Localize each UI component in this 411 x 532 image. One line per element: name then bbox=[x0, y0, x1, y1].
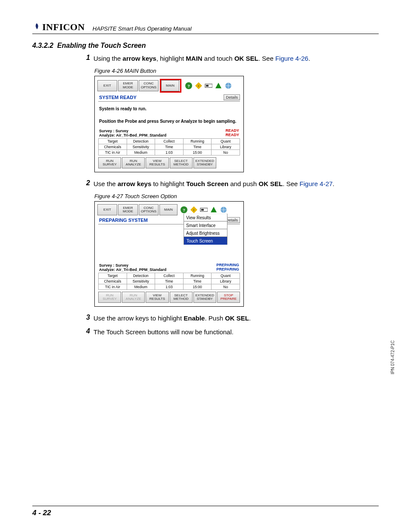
warning-icon bbox=[210, 206, 218, 214]
status-text: PREPARING SYSTEM bbox=[99, 218, 148, 223]
analyze-line: Analyze: Air_Tri-Bed_PPM_Standard bbox=[99, 133, 166, 137]
brand-logo: INFICON bbox=[32, 22, 85, 33]
emer-mode-button[interactable]: EMER MODE bbox=[118, 80, 138, 91]
run-analyze-button: RUN ANALYZE bbox=[122, 292, 145, 303]
help-icon[interactable]: ? bbox=[185, 82, 193, 90]
device-message: System is ready to run. Position the Pro… bbox=[95, 102, 243, 128]
survey-line: Survey : Survey bbox=[99, 263, 166, 268]
leaf-icon bbox=[32, 23, 41, 31]
svg-text:?: ? bbox=[187, 84, 190, 88]
stop-prepare-button[interactable]: STOP PREPARE bbox=[217, 292, 240, 303]
ipn-code: IPN 074-472-P1C bbox=[390, 340, 395, 374]
params-table: TargetDetectionCollectRunningQuant Chemi… bbox=[98, 273, 240, 290]
warning-icon bbox=[215, 82, 222, 90]
figure-4-26: EXIT EMER MODE CONC OPTIONS MAIN ? i SYS… bbox=[94, 76, 379, 173]
main-button[interactable]: MAIN bbox=[159, 204, 177, 215]
globe-icon bbox=[224, 82, 232, 90]
menu-touch-screen[interactable]: Touch Screen bbox=[184, 237, 227, 245]
extended-standby-button[interactable]: EXTENDED STANDBY bbox=[193, 292, 216, 303]
run-analyze-button[interactable]: RUN ANALYZE bbox=[122, 157, 145, 168]
details-button[interactable]: Details bbox=[224, 94, 240, 100]
view-results-button[interactable]: VIEW RESULTS bbox=[146, 292, 168, 303]
step-1: 1 Using the arrow keys, highlight MAIN a… bbox=[80, 54, 379, 63]
battery-icon bbox=[200, 206, 208, 214]
battery-icon bbox=[205, 82, 212, 90]
conc-options-button[interactable]: CONC OPTIONS bbox=[139, 204, 159, 215]
main-button[interactable]: MAIN bbox=[161, 80, 179, 91]
menu-adjust-brightness[interactable]: Adjust Brightness bbox=[184, 229, 227, 237]
step-2: 2 Use the arrow keys to highlight Touch … bbox=[80, 179, 379, 189]
exit-button[interactable]: EXIT bbox=[97, 204, 117, 215]
svg-rect-6 bbox=[206, 85, 209, 87]
page-number: 4 - 22 bbox=[32, 509, 51, 517]
svg-rect-15 bbox=[201, 209, 204, 211]
menu-smart-interface[interactable]: Smart Interface bbox=[184, 221, 227, 229]
main-button-highlight: MAIN bbox=[160, 79, 181, 93]
svg-marker-16 bbox=[211, 207, 217, 212]
exit-button[interactable]: EXIT bbox=[97, 80, 117, 91]
page-header: INFICON HAPSITE Smart Plus Operating Man… bbox=[32, 22, 379, 34]
conc-options-button[interactable]: CONC OPTIONS bbox=[139, 80, 159, 91]
main-dropdown: View Results Smart Interface Adjust Brig… bbox=[184, 214, 227, 245]
help-icon[interactable]: ? bbox=[180, 206, 188, 214]
xref-fig-4-27[interactable]: Figure 4-27 bbox=[299, 180, 333, 187]
params-table: TargetDetectionCollectRunningQuant Chemi… bbox=[98, 138, 240, 156]
step-4: 4 The Touch Screen buttons will now be f… bbox=[80, 327, 379, 337]
view-results-button[interactable]: VIEW RESULTS bbox=[146, 157, 168, 168]
run-survey-button: RUN SURVEY bbox=[98, 292, 121, 303]
select-method-button[interactable]: SELECT METHOD bbox=[170, 157, 193, 168]
manual-title: HAPSITE Smart Plus Operating Manual bbox=[93, 25, 192, 33]
globe-icon bbox=[220, 206, 227, 214]
svg-marker-7 bbox=[215, 83, 221, 88]
step-3: 3 Use the arrow keys to highlight Enable… bbox=[80, 314, 379, 323]
analyze-line: Analyze: Air_Tri-Bed_PPM_Standard bbox=[99, 268, 166, 272]
section-heading: 4.3.2.2 Enabling the Touch Screen bbox=[32, 42, 379, 50]
menu-view-results[interactable]: View Results bbox=[184, 214, 227, 221]
svg-text:i: i bbox=[193, 208, 194, 212]
fig-27-caption: Figure 4-27 Touch Screen Option bbox=[94, 193, 379, 199]
xref-fig-4-26[interactable]: Figure 4-26 bbox=[275, 55, 308, 62]
info-icon[interactable]: i bbox=[190, 206, 198, 214]
survey-line: Survey : Survey bbox=[99, 129, 166, 133]
brand-text: INFICON bbox=[42, 22, 85, 33]
extended-standby-button[interactable]: EXTENDED STANDBY bbox=[193, 157, 216, 168]
figure-4-27: EXIT EMER MODE CONC OPTIONS MAIN ? i Vie… bbox=[94, 201, 379, 307]
status-text: SYSTEM READY bbox=[99, 95, 137, 100]
footer-rule bbox=[32, 506, 379, 506]
svg-text:i: i bbox=[198, 84, 199, 88]
fig-26-caption: Figure 4-26 MAIN Button bbox=[94, 68, 379, 74]
emer-mode-button[interactable]: EMER MODE bbox=[118, 204, 138, 215]
run-survey-button[interactable]: RUN SURVEY bbox=[98, 157, 121, 168]
select-method-button[interactable]: SELECT METHOD bbox=[170, 292, 193, 303]
svg-text:?: ? bbox=[183, 208, 185, 212]
info-icon[interactable]: i bbox=[195, 82, 202, 90]
